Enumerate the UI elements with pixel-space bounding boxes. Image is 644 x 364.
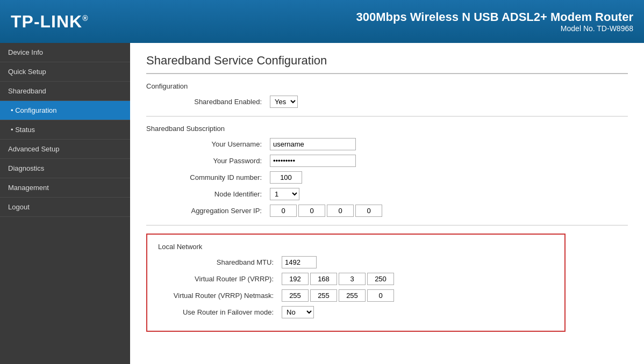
node-id-select[interactable]: 1 2 3 4: [270, 188, 299, 200]
mtu-input[interactable]: [282, 256, 317, 268]
logo: TP-LINK®: [11, 12, 89, 32]
header-product-info: 300Mbps Wireless N USB ADSL2+ Modem Rout…: [356, 10, 634, 33]
sharedband-enabled-label: Sharedband Enabled:: [146, 98, 270, 106]
vrrp-ip-octet-3[interactable]: [339, 273, 366, 285]
vrrp-netmask-octet-1[interactable]: [282, 289, 309, 302]
agg-server-ip-label: Aggregation Server IP:: [146, 207, 270, 215]
vrrp-ip-row: Virtual Router IP (VRRP):: [158, 273, 554, 285]
mtu-label: Sharedband MTU:: [158, 258, 282, 266]
sidebar-item-quick-setup[interactable]: Quick Setup: [0, 62, 130, 82]
agg-server-ip-group: [270, 205, 382, 217]
sidebar-item-advanced-setup[interactable]: Advanced Setup: [0, 140, 130, 159]
page-title: Sharedband Service Configuration: [146, 54, 628, 74]
vrrp-netmask-group: [282, 289, 394, 302]
local-network-box: Local Network Sharedband MTU: Virtual Ro…: [146, 234, 566, 332]
separator-1: [146, 116, 628, 117]
sidebar-item-management[interactable]: Management: [0, 178, 130, 198]
sidebar: Device Info Quick Setup Sharedband • Con…: [0, 43, 130, 364]
content-area: Sharedband Service Configuration Configu…: [130, 43, 644, 364]
vrrp-ip-label: Virtual Router IP (VRRP):: [158, 275, 282, 283]
vrrp-netmask-row: Virtual Router (VRRP) Netmask:: [158, 289, 554, 302]
sidebar-item-device-info[interactable]: Device Info: [0, 43, 130, 62]
section-configuration-label: Configuration: [146, 82, 628, 90]
mtu-row: Sharedband MTU:: [158, 256, 554, 268]
header: TP-LINK® 300Mbps Wireless N USB ADSL2+ M…: [0, 0, 644, 43]
vrrp-netmask-octet-3[interactable]: [339, 289, 366, 302]
section-subscription-label: Sharedband Subscription: [146, 125, 628, 133]
vrrp-netmask-octet-4[interactable]: [367, 289, 394, 302]
sidebar-item-sharedband[interactable]: Sharedband: [0, 82, 130, 101]
username-row: Your Username:: [146, 138, 628, 150]
password-input[interactable]: [270, 155, 356, 167]
agg-server-ip-row: Aggregation Server IP:: [146, 205, 628, 217]
username-label: Your Username:: [146, 140, 270, 148]
sidebar-item-status[interactable]: • Status: [0, 120, 130, 140]
agg-ip-octet-4[interactable]: [355, 205, 382, 217]
sidebar-item-logout[interactable]: Logout: [0, 198, 130, 217]
sidebar-item-diagnostics[interactable]: Diagnostics: [0, 159, 130, 178]
vrrp-netmask-label: Virtual Router (VRRP) Netmask:: [158, 292, 282, 300]
agg-ip-octet-3[interactable]: [327, 205, 354, 217]
vrrp-ip-group: [282, 273, 394, 285]
sidebar-item-configuration[interactable]: • Configuration: [0, 101, 130, 120]
community-id-label: Community ID number:: [146, 173, 270, 181]
sharedband-enabled-select[interactable]: Yes No: [270, 96, 298, 108]
node-id-label: Node Identifier:: [146, 190, 270, 198]
product-title: 300Mbps Wireless N USB ADSL2+ Modem Rout…: [356, 10, 634, 24]
vrrp-ip-octet-2[interactable]: [310, 273, 337, 285]
password-label: Your Password:: [146, 157, 270, 165]
password-row: Your Password:: [146, 155, 628, 167]
agg-ip-octet-1[interactable]: [270, 205, 297, 217]
model-number: Model No. TD-W8968: [356, 24, 634, 33]
main-layout: Device Info Quick Setup Sharedband • Con…: [0, 43, 644, 364]
failover-select[interactable]: No Yes: [282, 306, 314, 318]
agg-ip-octet-2[interactable]: [298, 205, 325, 217]
community-id-input[interactable]: [270, 171, 302, 184]
logo-tm: ®: [82, 14, 88, 23]
username-input[interactable]: [270, 138, 356, 150]
failover-label: Use Router in Failover mode:: [158, 308, 282, 316]
separator-2: [146, 225, 628, 225]
community-id-row: Community ID number:: [146, 171, 628, 184]
vrrp-ip-octet-4[interactable]: [367, 273, 394, 285]
logo-text: TP-LINK: [11, 12, 82, 31]
sharedband-enabled-row: Sharedband Enabled: Yes No: [146, 96, 628, 108]
node-id-row: Node Identifier: 1 2 3 4: [146, 188, 628, 200]
failover-row: Use Router in Failover mode: No Yes: [158, 306, 554, 318]
local-network-label: Local Network: [158, 243, 554, 251]
vrrp-netmask-octet-2[interactable]: [310, 289, 337, 302]
vrrp-ip-octet-1[interactable]: [282, 273, 309, 285]
